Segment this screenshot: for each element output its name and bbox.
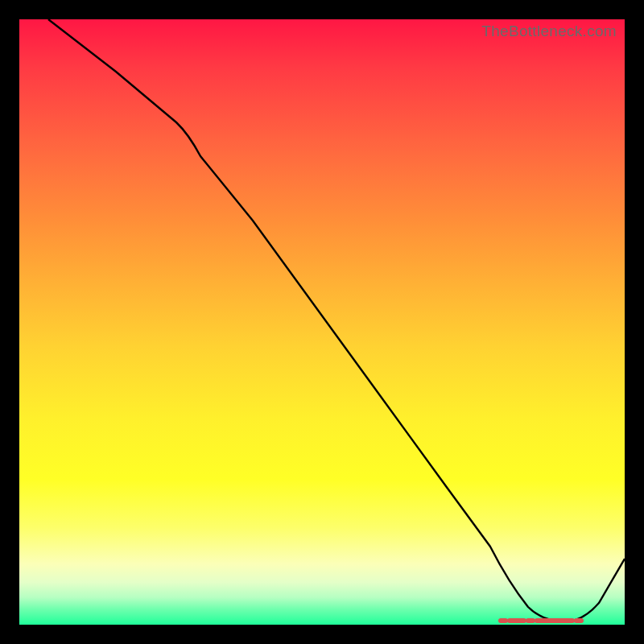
watermark-label: TheBottleneck.com [481, 23, 617, 40]
chart-container: TheBottleneck.com [0, 0, 644, 644]
line-curve [48, 19, 625, 621]
chart-line-overlay [19, 19, 625, 625]
plot-area: TheBottleneck.com [19, 19, 625, 625]
